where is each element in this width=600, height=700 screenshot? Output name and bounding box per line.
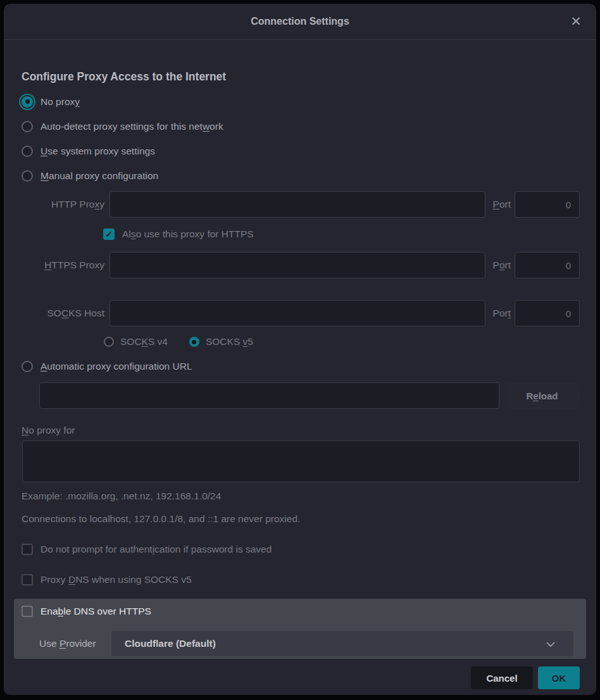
no-proxy-example: Example: .mozilla.org, .net.nz, 192.168.… xyxy=(18,490,580,503)
enable-doh-row[interactable]: Enable DNS over HTTPS xyxy=(22,604,573,618)
check-icon: ✓ xyxy=(105,228,113,240)
close-icon[interactable]: ✕ xyxy=(567,13,585,30)
proxy-dns-label: Proxy DNS when using SOCKS v5 xyxy=(41,574,192,585)
radio-label: Auto-detect proxy settings for this netw… xyxy=(41,121,223,132)
http-proxy-input xyxy=(109,191,485,218)
radio-button[interactable] xyxy=(22,146,33,157)
radio-auto-detect[interactable]: Auto-detect proxy settings for this netw… xyxy=(18,114,580,139)
http-proxy-row: HTTP Proxy Port xyxy=(18,191,580,218)
radio-socks-v5 xyxy=(189,337,199,347)
no-proxy-note: Connections to localhost, 127.0.0.1/8, a… xyxy=(18,513,580,525)
proxy-mode-radios: No proxy Auto-detect proxy settings for … xyxy=(18,89,580,188)
dialog-title: Connection Settings xyxy=(251,16,349,27)
no-proxy-for-label: No proxy for xyxy=(18,424,580,437)
radio-manual[interactable]: Manual proxy configuration xyxy=(18,163,580,188)
enable-doh-checkbox[interactable] xyxy=(22,606,33,617)
radio-label: No proxy xyxy=(41,96,80,108)
dns-over-https-section: Enable DNS over HTTPS Use Provider Cloud… xyxy=(14,599,586,659)
https-port-label: Port xyxy=(485,259,515,271)
share-proxy-label: Also use this proxy for HTTPS xyxy=(122,228,254,240)
radio-socks-v4 xyxy=(104,337,114,347)
dialog-footer: Cancel OK xyxy=(18,666,580,689)
https-port-input xyxy=(515,252,580,278)
radio-button[interactable] xyxy=(22,361,33,372)
socks-host-label: SOCKS Host xyxy=(18,308,107,319)
no-prompt-auth-checkbox xyxy=(22,544,33,555)
radio-label: Manual proxy configuration xyxy=(41,170,158,182)
https-proxy-input xyxy=(109,252,485,278)
provider-row: Use Provider Cloudflare (Default) xyxy=(22,631,573,656)
proxy-dns-checkbox xyxy=(22,574,33,585)
http-port-input xyxy=(515,191,580,218)
share-proxy-checkbox-row: ✓ Also use this proxy for HTTPS xyxy=(18,227,580,242)
no-prompt-auth-label: Do not prompt for authentication if pass… xyxy=(41,544,272,555)
no-proxy-for-textarea xyxy=(22,441,580,482)
socks-v5-label: SOCKS v5 xyxy=(206,336,253,347)
proxy-dns-row: Proxy DNS when using SOCKS v5 xyxy=(18,572,580,587)
dialog-content: Configure Proxy Access to the Internet N… xyxy=(4,69,596,689)
radio-label: Automatic proxy configuration URL xyxy=(41,361,192,372)
http-port-label: Port xyxy=(485,199,515,210)
provider-select[interactable]: Cloudflare (Default) xyxy=(111,631,573,656)
https-proxy-row: HTTPS Proxy Port xyxy=(18,252,580,278)
dialog-titlebar: Connection Settings ✕ xyxy=(4,4,596,40)
auto-config-url-row: Reload xyxy=(18,382,580,409)
socks-v4-label: SOCKS v4 xyxy=(120,336,168,347)
socks-version-row: SOCKS v4 SOCKS v5 xyxy=(18,335,580,349)
radio-label: Use system proxy settings xyxy=(41,146,155,157)
radio-button[interactable] xyxy=(22,96,33,108)
http-proxy-label: HTTP Proxy xyxy=(18,199,107,210)
socks-port-label: Port xyxy=(485,308,515,319)
reload-button: Reload xyxy=(504,382,580,409)
provider-label: Use Provider xyxy=(22,638,111,649)
share-proxy-checkbox: ✓ xyxy=(103,228,115,240)
no-prompt-auth-row: Do not prompt for authentication if pass… xyxy=(18,542,580,557)
https-proxy-label: HTTPS Proxy xyxy=(18,259,107,271)
chevron-down-icon xyxy=(544,638,557,651)
connection-settings-dialog: Connection Settings ✕ Configure Proxy Ac… xyxy=(4,4,596,695)
auto-config-url-input xyxy=(39,382,499,409)
enable-doh-label: Enable DNS over HTTPS xyxy=(41,606,151,617)
socks-host-input xyxy=(109,300,485,327)
radio-use-system[interactable]: Use system proxy settings xyxy=(18,139,580,163)
section-heading: Configure Proxy Access to the Internet xyxy=(22,69,580,84)
cancel-button[interactable]: Cancel xyxy=(471,666,533,689)
radio-button[interactable] xyxy=(22,170,33,182)
provider-selected-value: Cloudflare (Default) xyxy=(125,638,216,649)
radio-no-proxy[interactable]: No proxy xyxy=(18,89,580,114)
socks-port-input xyxy=(515,300,580,327)
radio-auto-url[interactable]: Automatic proxy configuration URL xyxy=(18,354,580,378)
ok-button[interactable]: OK xyxy=(538,666,580,689)
socks-host-row: SOCKS Host Port xyxy=(18,300,580,327)
radio-button[interactable] xyxy=(22,121,33,132)
